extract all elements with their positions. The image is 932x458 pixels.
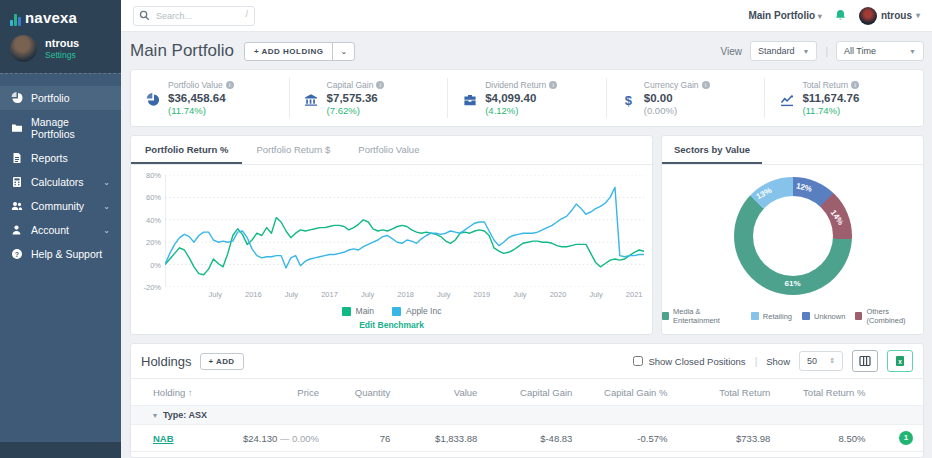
sidebar-item-label: Community <box>31 200 84 212</box>
sidebar-item-manage-portfolios[interactable]: Manage Portfolios <box>0 110 121 146</box>
sectors-donut-chart[interactable]: 13% 12% 14% 61% <box>734 177 852 295</box>
col-total-return-pct[interactable]: Total Return % <box>780 379 875 406</box>
logo-chart-icon <box>10 14 21 26</box>
page-title: Main Portfolio <box>130 41 234 61</box>
x-tick-label: July <box>209 290 222 299</box>
settings-link[interactable]: Settings <box>45 50 79 60</box>
sidebar-item-help-support[interactable]: ? Help & Support <box>0 242 121 266</box>
search-input[interactable] <box>133 6 255 26</box>
y-tick-label: 0% <box>150 260 161 269</box>
notification-bell-icon[interactable] <box>834 9 847 22</box>
holdings-title: Holdings <box>141 354 192 369</box>
legend-main: Main <box>342 306 374 316</box>
x-tick-label: 2016 <box>245 290 262 299</box>
tab-portfolio-return-pct[interactable]: Portfolio Return % <box>131 136 242 164</box>
info-icon[interactable]: i <box>226 81 234 89</box>
performance-chart-card: Portfolio Return % Portfolio Return $ Po… <box>130 135 653 335</box>
search-icon <box>139 10 150 21</box>
svg-text:?: ? <box>15 251 19 258</box>
stat-value: $0.00 <box>644 92 710 104</box>
header-controls: View Standard▼ | All Time▼ <box>720 41 924 61</box>
col-total-return[interactable]: Total Return <box>677 379 780 406</box>
add-holding-button[interactable]: + ADD HOLDING <box>245 43 333 60</box>
line-chart-plot[interactable]: 80%60%40%20%0%-20% <box>165 175 644 287</box>
stat-portfolio-value: Portfolio Valuei $36,458.64 (11.74%) <box>131 78 290 118</box>
user-menu[interactable]: ntrous ▾ <box>859 7 920 25</box>
col-capital-gain-pct[interactable]: Capital Gain % <box>582 379 677 406</box>
sidebar-item-calculators[interactable]: Calculators ⌄ <box>0 170 121 194</box>
holdings-table: Holding ↑ Price Quantity Value Capital G… <box>131 379 923 458</box>
caret-down-icon: ▾ <box>916 11 920 20</box>
sidebar-item-reports[interactable]: Reports <box>0 146 121 170</box>
column-settings-button[interactable] <box>852 350 878 372</box>
x-tick-label: 2018 <box>397 290 414 299</box>
export-excel-button[interactable]: x <box>887 350 913 372</box>
chevron-down-icon: ⌄ <box>103 178 110 187</box>
donut-hole <box>753 196 833 276</box>
x-tick-label: July <box>513 290 526 299</box>
sort-asc-icon: ↑ <box>188 387 193 398</box>
show-closed-checkbox[interactable] <box>633 356 643 366</box>
topbar: / Main Portfolio ▾ ntrous ▾ <box>121 0 932 32</box>
user-avatar[interactable] <box>10 35 37 62</box>
col-price[interactable]: Price <box>218 379 329 406</box>
table-row[interactable]: NAB $24.130 — 0.00% 76 $1,833.88 $-48.83… <box>131 425 923 452</box>
user-avatar-small <box>859 7 877 25</box>
legend-media-entertainment: Media & Entertainment <box>662 307 741 325</box>
view-select[interactable]: Standard▼ <box>750 41 817 61</box>
legend-swatch <box>855 312 862 320</box>
stat-label: Total Returni <box>802 80 859 90</box>
show-closed-positions-toggle[interactable]: Show Closed Positions <box>633 356 745 367</box>
col-holding[interactable]: Holding ↑ <box>131 379 218 406</box>
table-row[interactable]: NHF $5.740 — 0.00% 587 $3,369.38 $1,372.… <box>131 452 923 458</box>
caret-down-icon: ▼ <box>802 48 809 55</box>
page-header: Main Portfolio + ADD HOLDING ⌄ View Stan… <box>130 41 924 61</box>
tab-sectors-by-value[interactable]: Sectors by Value <box>662 136 762 164</box>
chart-legend: Main Apple Inc <box>131 306 652 316</box>
info-icon[interactable]: i <box>851 81 859 89</box>
main-area: / Main Portfolio ▾ ntrous ▾ Main Portfol… <box>121 0 932 458</box>
add-button[interactable]: + ADD <box>200 353 244 370</box>
sidebar-user[interactable]: ntrous Settings <box>10 35 111 62</box>
info-icon[interactable]: i <box>549 81 557 89</box>
content: Main Portfolio + ADD HOLDING ⌄ View Stan… <box>121 32 932 458</box>
portfolio-switcher[interactable]: Main Portfolio ▾ <box>748 10 821 21</box>
stat-percent: (4.12%) <box>485 105 557 116</box>
report-icon <box>11 152 23 164</box>
col-capital-gain[interactable]: Capital Gain <box>487 379 582 406</box>
col-quantity[interactable]: Quantity <box>329 379 400 406</box>
info-icon[interactable]: i <box>702 81 710 89</box>
stat-currency-gain: $ Currency Gaini $0.00 (0.00%) <box>607 78 766 118</box>
stat-percent: (7.62%) <box>327 105 385 116</box>
divider: | <box>755 356 758 367</box>
page-size-select[interactable]: 50⇕ <box>799 351 843 371</box>
edit-benchmark-link[interactable]: Edit Benchmark <box>131 320 652 330</box>
sidebar-item-portfolio[interactable]: Portfolio <box>0 86 121 110</box>
tab-portfolio-value[interactable]: Portfolio Value <box>344 136 433 164</box>
x-tick-label: July <box>285 290 298 299</box>
sidebar-item-account[interactable]: Account ⌄ <box>0 218 121 242</box>
sidebar-footer <box>0 442 121 458</box>
sectors-card: Sectors by Value 13% 12% 14% 61% Media &… <box>661 135 924 335</box>
sidebar-item-community[interactable]: Community ⌄ <box>0 194 121 218</box>
add-holding-dropdown-toggle[interactable]: ⌄ <box>332 43 354 60</box>
navexa-logo[interactable]: navexa <box>10 9 111 26</box>
trade-count-badge[interactable]: 1 <box>899 431 913 445</box>
date-range-select[interactable]: All Time▼ <box>836 41 924 61</box>
holding-link[interactable]: NAB <box>153 433 174 444</box>
dollar-icon: $ <box>621 93 636 116</box>
stat-capital-gain: Capital Gaini $7,575.36 (7.62%) <box>290 78 449 118</box>
col-value[interactable]: Value <box>400 379 487 406</box>
legend-swatch <box>662 312 669 320</box>
x-tick-label: July <box>437 290 450 299</box>
charts-row: Portfolio Return % Portfolio Return $ Po… <box>130 135 924 335</box>
collapse-caret-icon[interactable]: ▾ <box>153 411 157 420</box>
folder-icon <box>11 122 23 134</box>
x-tick-label: July <box>589 290 602 299</box>
tab-portfolio-return-dollar[interactable]: Portfolio Return $ <box>242 136 344 164</box>
group-row-asx[interactable]: ▾Type: ASX <box>131 406 923 425</box>
y-tick-label: 20% <box>146 238 161 247</box>
x-tick-label: July <box>361 290 374 299</box>
help-icon: ? <box>11 248 23 260</box>
info-icon[interactable]: i <box>376 81 384 89</box>
